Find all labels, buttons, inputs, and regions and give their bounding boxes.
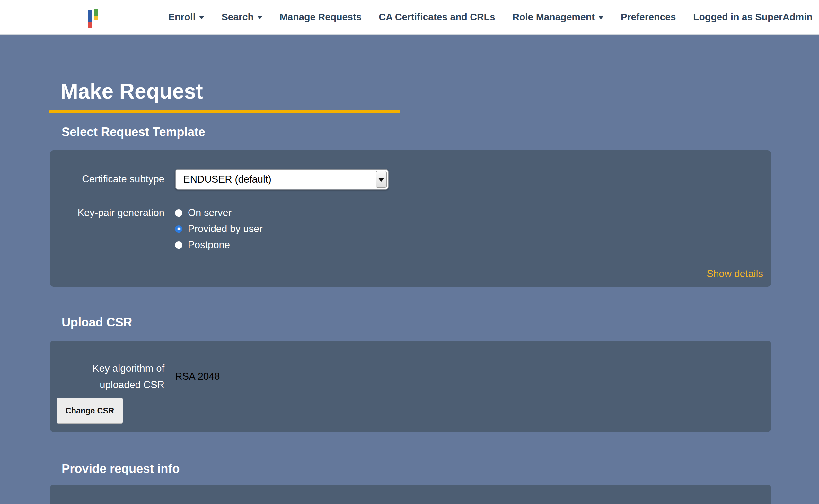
radio-checked-icon bbox=[175, 225, 182, 233]
nav-item-preferences[interactable]: Preferences bbox=[621, 12, 676, 22]
show-details-link[interactable]: Show details bbox=[707, 268, 763, 280]
select-request-template-panel: Certificate subtype ENDUSER (default) Ke… bbox=[50, 150, 771, 287]
keypair-generation-label: Key-pair generation bbox=[50, 207, 164, 219]
nav-item-label: Search bbox=[222, 12, 254, 22]
keypair-generation-radio-group: On server Provided by user Postpone bbox=[175, 207, 263, 255]
radio-icon bbox=[175, 241, 182, 249]
nav-item-logged-in-as[interactable]: Logged in as SuperAdmin bbox=[693, 12, 813, 22]
section-heading-provide-request-info: Provide request info bbox=[62, 462, 179, 476]
nav-item-label: Logged in as SuperAdmin bbox=[693, 12, 813, 22]
nav-item-label: Preferences bbox=[621, 12, 676, 22]
chevron-down-icon bbox=[257, 16, 262, 19]
key-algorithm-label: Key algorithm of uploaded CSR bbox=[50, 360, 164, 393]
dropdown-arrow-button[interactable] bbox=[376, 171, 387, 188]
key-algorithm-label-line1: Key algorithm of bbox=[50, 360, 164, 377]
certificate-subtype-label: Certificate subtype bbox=[50, 173, 164, 185]
section-heading-select-request-template: Select Request Template bbox=[62, 125, 205, 139]
key-algorithm-value: RSA 2048 bbox=[175, 371, 220, 382]
top-navbar: Enroll Search Manage Requests CA Certifi… bbox=[0, 0, 819, 35]
upload-csr-panel: Key algorithm of uploaded CSR RSA 2048 C… bbox=[50, 341, 771, 432]
page-title: Make Request bbox=[60, 78, 203, 104]
radio-option-label: On server bbox=[188, 207, 231, 219]
radio-option-postpone[interactable]: Postpone bbox=[175, 239, 263, 251]
chevron-down-icon bbox=[598, 16, 604, 19]
radio-option-provided-by-user[interactable]: Provided by user bbox=[175, 223, 263, 235]
nav-item-enroll[interactable]: Enroll bbox=[168, 12, 204, 22]
change-csr-button[interactable]: Change CSR bbox=[57, 398, 123, 424]
nav-menu: Enroll Search Manage Requests CA Certifi… bbox=[168, 0, 813, 34]
brand-logo bbox=[88, 9, 99, 28]
title-underline-rule bbox=[49, 110, 400, 113]
nav-item-label: Role Management bbox=[512, 12, 595, 22]
key-algorithm-label-line2: uploaded CSR bbox=[50, 377, 164, 393]
section-heading-upload-csr: Upload CSR bbox=[62, 315, 132, 329]
certificate-subtype-selected-value: ENDUSER (default) bbox=[183, 174, 271, 185]
nav-item-label: Manage Requests bbox=[280, 12, 361, 22]
nav-item-search[interactable]: Search bbox=[222, 12, 262, 22]
radio-option-label: Provided by user bbox=[188, 223, 263, 235]
certificate-subtype-select[interactable]: ENDUSER (default) bbox=[175, 169, 388, 190]
radio-icon bbox=[175, 209, 182, 217]
nav-item-ca-certificates-and-crls[interactable]: CA Certificates and CRLs bbox=[379, 12, 495, 22]
chevron-down-icon bbox=[199, 16, 204, 19]
nav-item-manage-requests[interactable]: Manage Requests bbox=[280, 12, 361, 22]
nav-item-label: Enroll bbox=[168, 12, 196, 22]
radio-option-label: Postpone bbox=[188, 239, 230, 251]
caret-down-icon bbox=[378, 178, 384, 182]
nav-item-role-management[interactable]: Role Management bbox=[512, 12, 604, 22]
provide-request-info-panel bbox=[50, 485, 771, 504]
nav-item-label: CA Certificates and CRLs bbox=[379, 12, 495, 22]
make-request-page: { "nav": { "items": [ { "label": "Enroll… bbox=[0, 0, 819, 504]
radio-option-on-server[interactable]: On server bbox=[175, 207, 263, 219]
